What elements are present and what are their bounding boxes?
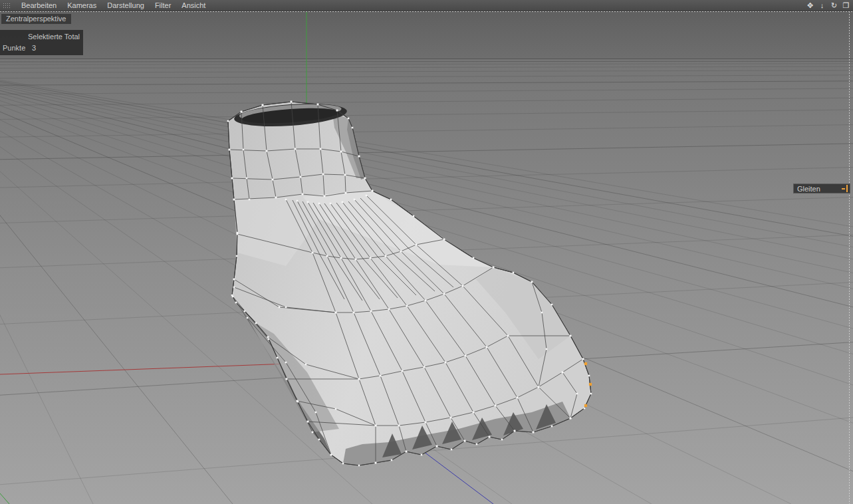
camera-label[interactable]: Zentralperspektive <box>1 14 71 24</box>
dolly-view-icon[interactable]: ↓ <box>817 1 827 9</box>
menubar-grip-icon[interactable] <box>3 3 11 9</box>
menu-kameras[interactable]: Kameras <box>62 1 102 11</box>
selection-hud-row: Punkte 3 <box>3 44 80 52</box>
menu-bearbeiten[interactable]: Bearbeiten <box>16 1 62 11</box>
menu-ansicht[interactable]: Ansicht <box>176 1 211 11</box>
selection-hud: Selektierte Total Punkte 3 <box>0 30 83 55</box>
selection-hud-row-value: 3 <box>32 44 36 52</box>
selection-hud-row-label: Punkte <box>3 44 32 52</box>
menu-filter[interactable]: Filter <box>150 1 176 11</box>
pan-view-icon[interactable]: ✥ <box>805 1 815 10</box>
application-window: Bearbeiten Kameras Darstellung Filter An… <box>0 0 853 504</box>
viewport-3d[interactable]: Zentralperspektive Selektierte Total Pun… <box>0 11 853 504</box>
toggle-view-icon[interactable]: ❐ <box>841 1 851 10</box>
tool-hint-cursor-icon <box>840 185 848 192</box>
sky-background <box>0 11 853 59</box>
menu-darstellung[interactable]: Darstellung <box>102 1 150 11</box>
tool-hint: Gleiten <box>793 184 850 193</box>
selection-hud-header: Selektierte Total <box>3 33 80 41</box>
viewport-menubar: Bearbeiten Kameras Darstellung Filter An… <box>0 0 853 11</box>
tool-hint-label: Gleiten <box>797 185 820 193</box>
viewport-canvas[interactable] <box>0 11 853 504</box>
rotate-view-icon[interactable]: ↻ <box>829 1 839 10</box>
